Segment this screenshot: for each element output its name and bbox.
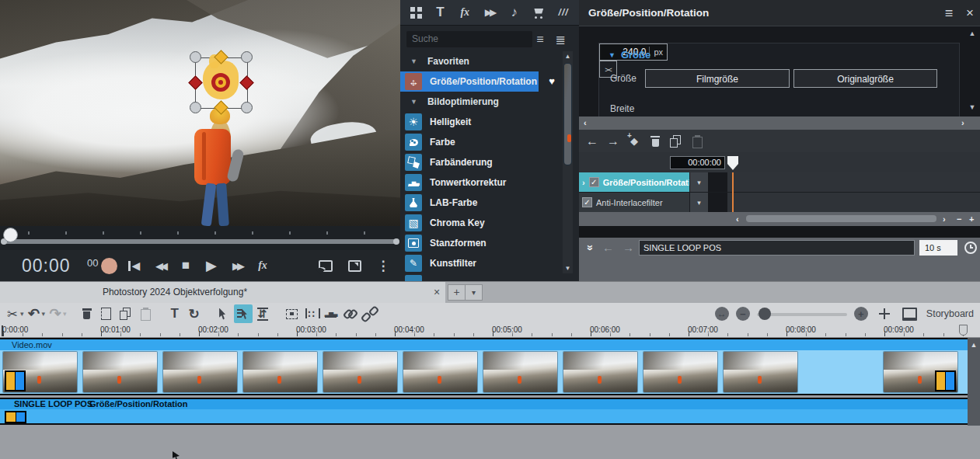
expand-icon[interactable]: › (582, 178, 585, 187)
original-size-button[interactable]: Originalgröße (793, 69, 937, 88)
project-tab[interactable]: Photostory 2024 Objektverfolgung* × (0, 282, 445, 304)
panel-scroll-down-icon[interactable]: ▼ (967, 103, 978, 111)
search-input[interactable]: Suche (406, 31, 532, 47)
video-thumbnail[interactable] (563, 352, 637, 392)
scroll-down-icon[interactable]: ▼ (563, 265, 573, 272)
title-tool-icon[interactable] (166, 304, 184, 323)
video-clip-header[interactable]: Video.mov (0, 339, 968, 350)
more-icon[interactable] (374, 256, 392, 275)
effects-list-item[interactable]: Farbe (400, 132, 579, 152)
loop-name-input[interactable]: SINGLE LOOP POS (639, 240, 915, 256)
play-icon[interactable] (202, 256, 221, 275)
undo-icon[interactable] (25, 304, 44, 323)
collapse-arrow-icon[interactable]: ▼ (410, 57, 417, 65)
delete-icon[interactable] (78, 304, 96, 323)
collapse-arrow-icon[interactable]: ▼ (609, 51, 616, 59)
fx-icon[interactable] (455, 3, 474, 22)
stop-icon[interactable] (176, 256, 195, 275)
skip-start-icon[interactable] (125, 256, 144, 275)
video-thumbnail[interactable] (323, 352, 397, 392)
art-effect-icon[interactable] (405, 255, 422, 272)
video-thumbnail[interactable] (724, 352, 797, 392)
effects-list-item[interactable]: LAB-Farbe (400, 193, 579, 213)
tab-list-dropdown[interactable]: ▾ (465, 284, 483, 301)
levels-effect-icon[interactable] (405, 174, 422, 191)
list-flat-icon[interactable] (531, 30, 549, 49)
keyframe-track-row[interactable]: Anti-Interlacefilter▾ (579, 193, 980, 213)
track-enabled-checkbox[interactable] (589, 177, 599, 187)
scrubber-handle[interactable] (3, 228, 18, 242)
video-thumbnail[interactable] (163, 352, 237, 392)
video-thumbnail[interactable] (243, 352, 317, 392)
unlink-tool[interactable] (361, 304, 379, 323)
link-icon[interactable] (341, 304, 360, 323)
video-thumbnail[interactable] (403, 352, 477, 392)
tab-close-icon[interactable]: × (429, 282, 445, 303)
scrollbar-thumb[interactable] (746, 215, 936, 222)
select-tool[interactable] (214, 304, 233, 323)
timeline-vscrollbar[interactable]: ▲ (968, 338, 980, 426)
cut-icon[interactable] (3, 304, 22, 323)
brightness-effect-icon[interactable] (405, 113, 422, 130)
corner-handle-tl[interactable] (190, 51, 201, 63)
forward-icon[interactable] (228, 256, 246, 275)
keyframe-lane[interactable] (727, 193, 980, 212)
zoom-slider[interactable] (757, 308, 847, 320)
video-thumbnail[interactable] (483, 352, 557, 392)
zoom-out-icon[interactable] (736, 307, 750, 321)
redo-icon[interactable] (46, 304, 65, 323)
keyframe-hscrollbar[interactable]: ‹ › (579, 116, 980, 130)
effects-section-header[interactable]: ▼Favoriten (400, 51, 579, 71)
lab-effect-icon[interactable] (405, 194, 422, 211)
effect-track[interactable]: SINGLE LOOP POS Größe/Position/Rotation (0, 398, 968, 425)
effects-list-item[interactable]: Stanzformen (400, 233, 579, 253)
paste-icon[interactable] (136, 304, 155, 323)
film-size-button[interactable]: Filmgröße (645, 69, 790, 88)
mask-effect-icon[interactable] (405, 235, 422, 252)
scroll-right-icon[interactable]: › (961, 116, 964, 130)
store-icon[interactable] (529, 3, 548, 22)
scroll-left-icon[interactable]: ‹ (736, 212, 739, 226)
loop-next-icon[interactable]: → (623, 238, 634, 258)
dropdown-arrow-icon[interactable]: ▾ (63, 310, 67, 318)
transform-effect-icon[interactable] (405, 73, 422, 90)
fade-handle[interactable] (5, 411, 26, 423)
video-thumbnail[interactable] (83, 352, 157, 392)
scrollbar-thumb[interactable] (564, 64, 571, 165)
delete-tool[interactable] (78, 304, 96, 323)
fx-icon[interactable] (253, 256, 272, 275)
add-keyframe-icon[interactable] (625, 132, 643, 151)
rotate-icon[interactable] (185, 304, 204, 323)
timeline-ruler[interactable]: 0:00:0000:01:0000:02:0000:03:0000:04:000… (0, 325, 980, 338)
new-tab-button[interactable]: + (448, 284, 466, 301)
select-single-tool[interactable] (234, 304, 253, 323)
overlays-icon[interactable] (554, 3, 573, 22)
cast-icon[interactable] (316, 256, 335, 275)
video-thumbnail[interactable] (643, 352, 717, 392)
levels-icon[interactable] (322, 304, 340, 323)
split-tool[interactable] (97, 304, 116, 323)
rewind-icon[interactable] (151, 256, 169, 275)
zoom-fit-icon[interactable] (715, 307, 729, 321)
tracking-transform-overlay[interactable] (190, 51, 252, 113)
expand-more-icon[interactable]: » (584, 241, 598, 255)
rotate-tool[interactable] (185, 304, 204, 323)
storyboard-icon[interactable] (901, 304, 919, 323)
link-tool[interactable] (341, 304, 360, 323)
frame-icon[interactable] (283, 304, 302, 323)
effects-list-item[interactable]: Tonwertkorrektur (400, 172, 579, 193)
group-icon[interactable] (302, 304, 321, 323)
cut-tool[interactable]: ▾ (3, 304, 24, 323)
delete-icon[interactable] (646, 132, 664, 151)
effects-list-item[interactable]: Chroma Key (400, 213, 579, 233)
scroll-up-icon[interactable]: ▲ (563, 53, 573, 60)
duration-input[interactable]: 10 s (919, 240, 957, 256)
record-icon[interactable] (99, 256, 118, 275)
clock-icon[interactable] (964, 242, 977, 254)
zoom-in-icon[interactable] (854, 307, 868, 321)
video-track[interactable]: Video.mov (0, 338, 968, 395)
effects-list-item[interactable]: Farbänderung (400, 152, 579, 172)
group-tool[interactable] (302, 304, 321, 323)
tracking-anchor-point[interactable] (211, 73, 230, 92)
keyframe-track-label-cell[interactable]: ›Größe/Position/Rotation (579, 172, 689, 192)
